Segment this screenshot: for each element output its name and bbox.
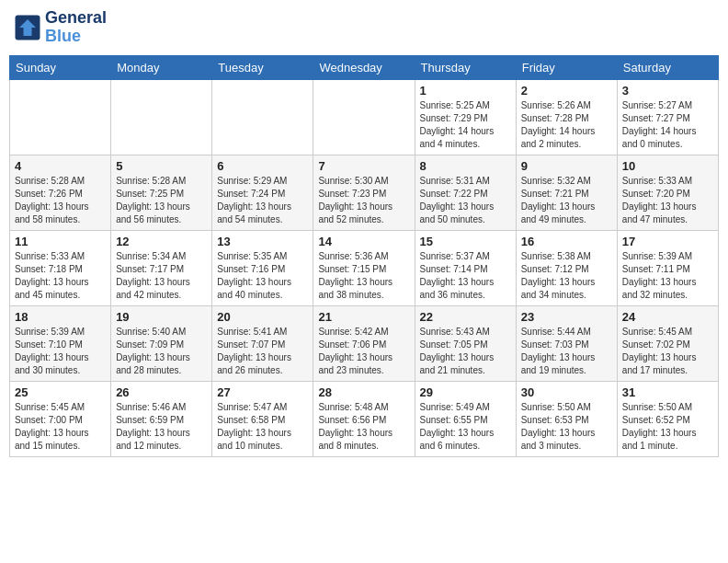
day-info: Sunrise: 5:40 AM Sunset: 7:09 PM Dayligh… [116,326,207,377]
calendar-cell: 5Sunrise: 5:28 AM Sunset: 7:25 PM Daylig… [111,155,212,230]
day-info: Sunrise: 5:48 AM Sunset: 6:56 PM Dayligh… [318,401,409,453]
day-info: Sunrise: 5:49 AM Sunset: 6:55 PM Dayligh… [420,401,511,453]
day-of-week-header: Thursday [415,55,516,79]
day-info: Sunrise: 5:45 AM Sunset: 7:02 PM Dayligh… [622,326,713,377]
calendar-cell: 24Sunrise: 5:45 AM Sunset: 7:02 PM Dayli… [617,305,718,381]
day-number: 26 [116,385,207,399]
week-row: 11Sunrise: 5:33 AM Sunset: 7:18 PM Dayli… [10,230,719,305]
logo-icon [14,14,41,41]
day-number: 2 [521,84,612,98]
day-info: Sunrise: 5:28 AM Sunset: 7:25 PM Dayligh… [116,175,207,226]
calendar-cell: 19Sunrise: 5:40 AM Sunset: 7:09 PM Dayli… [111,305,212,381]
calendar-cell: 20Sunrise: 5:41 AM Sunset: 7:07 PM Dayli… [212,305,313,381]
day-number: 14 [318,235,409,248]
calendar-cell: 30Sunrise: 5:50 AM Sunset: 6:53 PM Dayli… [516,381,617,456]
day-number: 19 [116,310,207,324]
day-number: 7 [318,159,409,173]
day-of-week-header: Friday [516,55,617,79]
day-info: Sunrise: 5:43 AM Sunset: 7:05 PM Dayligh… [420,326,511,377]
calendar-cell: 11Sunrise: 5:33 AM Sunset: 7:18 PM Dayli… [10,230,111,305]
day-number: 16 [521,235,612,248]
day-info: Sunrise: 5:33 AM Sunset: 7:20 PM Dayligh… [622,175,713,226]
day-number: 22 [420,310,511,324]
calendar-cell: 8Sunrise: 5:31 AM Sunset: 7:22 PM Daylig… [415,155,516,230]
calendar-cell: 14Sunrise: 5:36 AM Sunset: 7:15 PM Dayli… [313,230,415,305]
day-number: 21 [318,310,409,324]
calendar-cell: 28Sunrise: 5:48 AM Sunset: 6:56 PM Dayli… [313,381,415,456]
day-info: Sunrise: 5:31 AM Sunset: 7:22 PM Dayligh… [420,175,511,226]
day-number: 4 [15,159,106,173]
day-info: Sunrise: 5:34 AM Sunset: 7:17 PM Dayligh… [116,250,207,302]
calendar-cell: 16Sunrise: 5:38 AM Sunset: 7:12 PM Dayli… [516,230,617,305]
day-info: Sunrise: 5:28 AM Sunset: 7:26 PM Dayligh… [15,175,106,226]
day-info: Sunrise: 5:25 AM Sunset: 7:29 PM Dayligh… [420,99,511,151]
calendar-cell: 26Sunrise: 5:46 AM Sunset: 6:59 PM Dayli… [111,381,212,456]
day-number: 8 [420,159,511,173]
day-info: Sunrise: 5:39 AM Sunset: 7:11 PM Dayligh… [622,250,713,302]
logo-text: General Blue [45,9,107,46]
day-info: Sunrise: 5:33 AM Sunset: 7:18 PM Dayligh… [15,250,106,302]
calendar-cell: 17Sunrise: 5:39 AM Sunset: 7:11 PM Dayli… [617,230,718,305]
day-number: 10 [622,159,713,173]
calendar-cell: 21Sunrise: 5:42 AM Sunset: 7:06 PM Dayli… [313,305,415,381]
day-number: 28 [318,385,409,399]
day-info: Sunrise: 5:35 AM Sunset: 7:16 PM Dayligh… [217,250,308,302]
day-info: Sunrise: 5:29 AM Sunset: 7:24 PM Dayligh… [217,175,308,226]
day-number: 23 [521,310,612,324]
day-number: 25 [15,385,106,399]
logo: General Blue [14,9,107,46]
calendar-cell: 3Sunrise: 5:27 AM Sunset: 7:27 PM Daylig… [617,79,718,155]
day-of-week-header: Saturday [617,55,718,79]
day-number: 6 [217,159,308,173]
day-number: 31 [622,385,713,399]
page-header: General Blue [9,9,719,46]
day-number: 15 [420,235,511,248]
calendar-cell: 13Sunrise: 5:35 AM Sunset: 7:16 PM Dayli… [212,230,313,305]
day-number: 12 [116,235,207,248]
day-number: 30 [521,385,612,399]
calendar-cell: 23Sunrise: 5:44 AM Sunset: 7:03 PM Dayli… [516,305,617,381]
day-info: Sunrise: 5:26 AM Sunset: 7:28 PM Dayligh… [521,99,612,151]
day-info: Sunrise: 5:27 AM Sunset: 7:27 PM Dayligh… [622,99,713,151]
calendar-cell: 12Sunrise: 5:34 AM Sunset: 7:17 PM Dayli… [111,230,212,305]
day-number: 24 [622,310,713,324]
day-info: Sunrise: 5:32 AM Sunset: 7:21 PM Dayligh… [521,175,612,226]
calendar-cell [10,79,111,155]
day-number: 3 [622,84,713,98]
day-info: Sunrise: 5:42 AM Sunset: 7:06 PM Dayligh… [318,326,409,377]
day-number: 27 [217,385,308,399]
calendar-cell [313,79,415,155]
day-number: 29 [420,385,511,399]
day-info: Sunrise: 5:47 AM Sunset: 6:58 PM Dayligh… [217,401,308,453]
day-number: 17 [622,235,713,248]
calendar-cell: 31Sunrise: 5:50 AM Sunset: 6:52 PM Dayli… [617,381,718,456]
calendar-cell: 18Sunrise: 5:39 AM Sunset: 7:10 PM Dayli… [10,305,111,381]
calendar-cell: 9Sunrise: 5:32 AM Sunset: 7:21 PM Daylig… [516,155,617,230]
day-number: 13 [217,235,308,248]
calendar-cell [111,79,212,155]
day-of-week-header: Monday [111,55,212,79]
day-number: 11 [15,235,106,248]
day-number: 5 [116,159,207,173]
day-info: Sunrise: 5:50 AM Sunset: 6:53 PM Dayligh… [521,401,612,453]
day-info: Sunrise: 5:37 AM Sunset: 7:14 PM Dayligh… [420,250,511,302]
day-info: Sunrise: 5:45 AM Sunset: 7:00 PM Dayligh… [15,401,106,453]
calendar-cell: 4Sunrise: 5:28 AM Sunset: 7:26 PM Daylig… [10,155,111,230]
calendar-cell: 7Sunrise: 5:30 AM Sunset: 7:23 PM Daylig… [313,155,415,230]
calendar-cell: 27Sunrise: 5:47 AM Sunset: 6:58 PM Dayli… [212,381,313,456]
calendar-cell: 2Sunrise: 5:26 AM Sunset: 7:28 PM Daylig… [516,79,617,155]
calendar-cell: 22Sunrise: 5:43 AM Sunset: 7:05 PM Dayli… [415,305,516,381]
calendar-header-row: SundayMondayTuesdayWednesdayThursdayFrid… [10,55,719,79]
day-number: 18 [15,310,106,324]
day-of-week-header: Wednesday [313,55,415,79]
calendar-cell: 6Sunrise: 5:29 AM Sunset: 7:24 PM Daylig… [212,155,313,230]
day-info: Sunrise: 5:39 AM Sunset: 7:10 PM Dayligh… [15,326,106,377]
calendar-cell: 1Sunrise: 5:25 AM Sunset: 7:29 PM Daylig… [415,79,516,155]
week-row: 4Sunrise: 5:28 AM Sunset: 7:26 PM Daylig… [10,155,719,230]
day-info: Sunrise: 5:44 AM Sunset: 7:03 PM Dayligh… [521,326,612,377]
calendar-cell: 15Sunrise: 5:37 AM Sunset: 7:14 PM Dayli… [415,230,516,305]
day-info: Sunrise: 5:41 AM Sunset: 7:07 PM Dayligh… [217,326,308,377]
day-info: Sunrise: 5:30 AM Sunset: 7:23 PM Dayligh… [318,175,409,226]
day-number: 1 [420,84,511,98]
calendar-cell: 29Sunrise: 5:49 AM Sunset: 6:55 PM Dayli… [415,381,516,456]
